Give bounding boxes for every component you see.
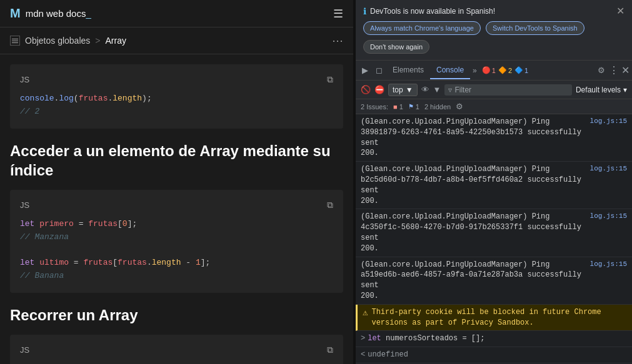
entry-content-warning: Third-party cookie will be blocked in fu… bbox=[371, 307, 627, 328]
levels-dropdown[interactable]: Default levels ▾ bbox=[576, 86, 627, 94]
console-entry-code-1: > let numerosSorteados = []; bbox=[356, 331, 632, 347]
levels-label: Default levels bbox=[576, 86, 621, 94]
code-lang-3: JS bbox=[20, 345, 29, 355]
match-language-button[interactable]: Always match Chrome's language bbox=[363, 21, 481, 35]
dont-show-again-button[interactable]: Don't show again bbox=[363, 40, 429, 54]
code-content-1: console.log(frutas.length); // 2 bbox=[20, 92, 333, 119]
warning-icon: ⚠ bbox=[363, 307, 368, 320]
copy-icon-3[interactable]: ⧉ bbox=[327, 345, 333, 355]
entry-content-1: (Glean.core.Upload.PingUploadManager) Pi… bbox=[361, 117, 585, 159]
filter-placeholder: Filter bbox=[454, 86, 471, 94]
code-lang-2: JS bbox=[20, 200, 29, 210]
hamburger-icon[interactable]: ☰ bbox=[333, 7, 343, 21]
entry-location-1[interactable]: log.js:15 bbox=[590, 117, 627, 126]
info-icon: ℹ bbox=[363, 6, 366, 16]
code-block-2-header: JS ⧉ bbox=[20, 200, 333, 210]
mdn-header: M mdn web docs_ ☰ bbox=[0, 0, 353, 27]
mdn-panel: M mdn web docs_ ☰ Objetos globales > Arr… bbox=[0, 0, 353, 364]
code-block-2: JS ⧉ let primero = frutas[0]; // Manzana… bbox=[10, 190, 343, 293]
section-title-2: Recorrer un Array bbox=[10, 305, 343, 325]
devtools-notification: ℹ DevTools is now available in Spanish! … bbox=[356, 0, 632, 61]
close-notification-button[interactable]: ✕ bbox=[616, 6, 624, 16]
code-line: // Manzana bbox=[20, 231, 333, 244]
code-line: let primero = frutas[0]; bbox=[20, 218, 333, 231]
entry-content-2: (Glean.core.Upload.PingUploadManager) Pi… bbox=[361, 164, 585, 206]
filter-icon-toolbar: ▼ bbox=[433, 85, 441, 94]
mdn-logo: M mdn web docs_ bbox=[10, 6, 91, 21]
eye-icon[interactable]: 👁 bbox=[421, 85, 429, 94]
breadcrumb-parent[interactable]: Objetos globales bbox=[25, 36, 90, 46]
cursor-icon[interactable]: ▶ bbox=[358, 66, 372, 75]
ban-icon[interactable]: ⛔ bbox=[374, 85, 384, 94]
top-label: top bbox=[393, 86, 403, 94]
issues-error-count: ■ 1 bbox=[393, 103, 403, 111]
error-badge: 🔴 1 bbox=[482, 66, 496, 74]
console-entry-warning: ⚠ Third-party cookie will be blocked in … bbox=[356, 305, 632, 332]
issues-bar: 2 Issues: ■ 1 ⚑ 1 2 hidden ⚙ bbox=[356, 99, 632, 114]
entry-left-arrow: < bbox=[361, 350, 365, 360]
console-entry-1: (Glean.core.Upload.PingUploadManager) Pi… bbox=[356, 114, 632, 162]
breadcrumb-menu-icon[interactable] bbox=[10, 36, 20, 46]
tab-elements[interactable]: Elements bbox=[386, 62, 430, 79]
settings-icon[interactable]: ⚙ bbox=[598, 66, 605, 75]
clear-console-icon[interactable]: 🚫 bbox=[361, 85, 371, 94]
console-entry-4: (Glean.core.Upload.PingUploadManager) Pi… bbox=[356, 257, 632, 305]
code-block-1: JS ⧉ console.log(frutas.length); // 2 bbox=[10, 64, 343, 129]
code-line: console.log(frutas.length); bbox=[20, 92, 333, 106]
notification-title: DevTools is now available in Spanish! bbox=[370, 7, 613, 16]
warn-badge: 🔶 2 bbox=[498, 66, 512, 74]
console-output: (Glean.core.Upload.PingUploadManager) Pi… bbox=[356, 114, 632, 364]
console-toolbar: 🚫 ⛔ top ▼ 👁 ▼ ▿ Filter Default levels ▾ bbox=[356, 81, 632, 99]
section-title-1: Acceder a un elemento de Array mediante … bbox=[10, 141, 343, 180]
entry-content-3: (Glean.core.Upload.PingUploadManager) Pi… bbox=[361, 212, 585, 253]
devtools-tab-actions: ⚙ ⋮ ✕ bbox=[598, 64, 629, 76]
code-lang-1: JS bbox=[20, 75, 29, 84]
breadcrumb-separator: > bbox=[95, 36, 100, 46]
issues-hidden-count: 2 hidden bbox=[424, 103, 451, 111]
mobile-icon[interactable]: ◻ bbox=[372, 66, 386, 75]
console-entry-result-1: < undefined bbox=[356, 347, 632, 363]
tab-more-icon[interactable]: » bbox=[470, 66, 479, 75]
notification-buttons: Always match Chrome's language Switch De… bbox=[363, 21, 624, 54]
entry-content-result-1: undefined bbox=[368, 350, 627, 360]
mdn-logo-accent: _ bbox=[86, 8, 91, 19]
issues-label: 2 Issues: bbox=[361, 103, 388, 111]
close-devtools-icon[interactable]: ✕ bbox=[621, 64, 629, 76]
breadcrumb-current: Array bbox=[105, 36, 126, 46]
tab-console[interactable]: Console bbox=[430, 62, 470, 79]
copy-icon-1[interactable]: ⧉ bbox=[327, 74, 333, 85]
code-line: // Banana bbox=[20, 270, 333, 283]
info-badge: 🔷 1 bbox=[514, 66, 528, 74]
code-content-2: let primero = frutas[0]; // Manzana let … bbox=[20, 218, 333, 283]
console-entry-3: (Glean.core.Upload.PingUploadManager) Pi… bbox=[356, 209, 632, 257]
issues-settings-icon[interactable]: ⚙ bbox=[456, 102, 463, 111]
flag-icon: ⚑ bbox=[408, 103, 414, 110]
filter-input[interactable]: ▿ Filter bbox=[444, 84, 572, 96]
top-dropdown-arrow: ▼ bbox=[406, 86, 413, 94]
mdn-logo-text: mdn web docs_ bbox=[26, 8, 91, 19]
levels-arrow: ▾ bbox=[623, 86, 627, 94]
copy-icon-2[interactable]: ⧉ bbox=[327, 200, 333, 210]
top-dropdown[interactable]: top ▼ bbox=[388, 84, 418, 96]
entry-content-code-1: let numerosSorteados = []; bbox=[368, 333, 627, 344]
code-block-3-header: JS ⧉ bbox=[20, 345, 333, 355]
filter-funnel-icon: ▿ bbox=[448, 86, 452, 94]
entry-content-4: (Glean.core.Upload.PingUploadManager) Pi… bbox=[361, 260, 585, 302]
entry-arrow-1: > bbox=[361, 333, 365, 344]
mdn-logo-mark: M bbox=[10, 6, 21, 21]
code-line: // 2 bbox=[20, 106, 333, 119]
breadcrumb-options-icon[interactable]: ⋯ bbox=[332, 34, 343, 47]
code-block-1-header: JS ⧉ bbox=[20, 74, 333, 85]
devtools-tabs: ▶ ◻ Elements Console » 🔴 1 🔶 2 🔷 1 ⚙ ⋮ ✕ bbox=[356, 61, 632, 81]
devtools-panel: ℹ DevTools is now available in Spanish! … bbox=[356, 0, 632, 364]
entry-location-3[interactable]: log.js:15 bbox=[590, 212, 627, 221]
issues-warn-count: ⚑ 1 bbox=[408, 103, 419, 111]
switch-devtools-spanish-button[interactable]: Switch DevTools to Spanish bbox=[486, 21, 584, 35]
mdn-content: JS ⧉ console.log(frutas.length); // 2 Ac… bbox=[0, 54, 353, 364]
notification-header: ℹ DevTools is now available in Spanish! … bbox=[363, 6, 624, 16]
error-dot: ■ bbox=[393, 103, 398, 111]
tab-badges: 🔴 1 🔶 2 🔷 1 bbox=[482, 66, 528, 74]
entry-location-2[interactable]: log.js:15 bbox=[590, 164, 627, 174]
entry-location-4[interactable]: log.js:15 bbox=[590, 260, 627, 269]
more-options-icon[interactable]: ⋮ bbox=[609, 64, 619, 76]
